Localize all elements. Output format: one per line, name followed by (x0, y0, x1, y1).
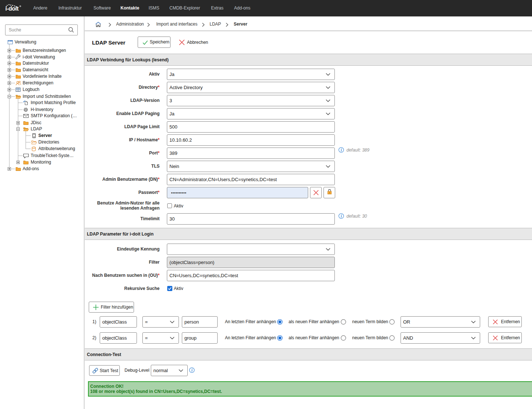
svg-text:i-doit: i-doit (5, 5, 19, 12)
